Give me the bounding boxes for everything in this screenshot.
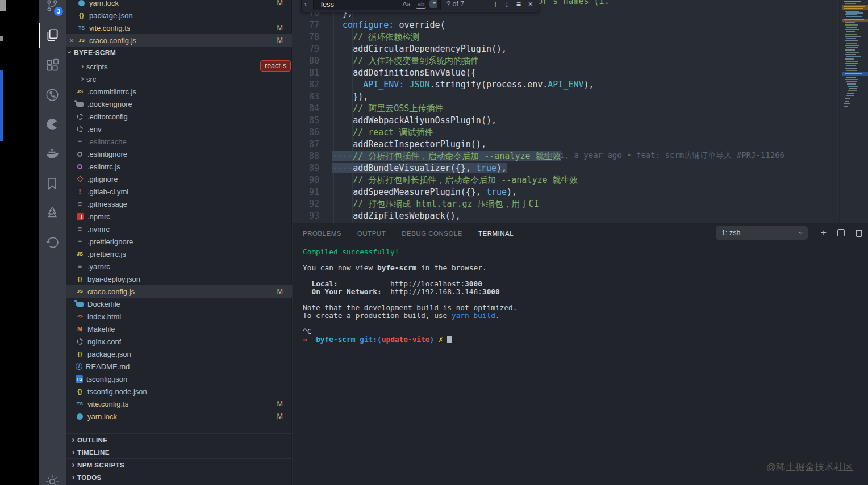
tree-item-scripts[interactable]: ›scripts [66, 60, 292, 73]
open-editor-vite.config.ts[interactable]: TSvite.config.tsM [66, 22, 292, 34]
close-icon[interactable]: × [528, 0, 533, 9]
tree-item-tsconfig.node.json[interactable]: {}tsconfig.node.json [66, 385, 292, 398]
minimap-line [844, 8, 863, 9]
find-toggle-chevron[interactable]: › [302, 0, 310, 12]
pacman-icon[interactable] [39, 111, 66, 138]
tree-item-byai-deploy.json[interactable]: {}byai-deploy.json [66, 273, 292, 285]
tree-item-src[interactable]: ›src [66, 73, 292, 85]
regex-icon[interactable]: .* [429, 0, 437, 8]
yarn-icon [76, 412, 84, 421]
tree-item-.eslintcache[interactable]: ≡.eslintcache [66, 135, 292, 148]
source-control-icon[interactable]: 3 [39, 0, 66, 19]
tree-item-Makefile[interactable]: MMakefile [66, 323, 292, 335]
terminal-output[interactable]: Compiled successfully! You can now view … [303, 248, 859, 344]
panel-tab-problems[interactable]: PROBLEMS [303, 225, 341, 241]
minimap-line [845, 45, 859, 46]
panel-tab-output[interactable]: OUTPUT [357, 225, 386, 241]
minimap-line [845, 11, 859, 12]
chevron-right-icon: › [78, 61, 86, 70]
open-editor-craco.config.js[interactable]: ×JScraco.config.jsM [66, 34, 292, 47]
tree-item-.editorconfig[interactable]: .editorconfig [66, 110, 292, 123]
tree-item-.yarnrc[interactable]: ≡.yarnrc [66, 260, 292, 273]
minimap-line [845, 40, 858, 41]
tree-item-.nvmrc[interactable]: ≡.nvmrc [66, 223, 292, 235]
new-terminal-icon[interactable]: + [817, 226, 831, 240]
minimap-line [845, 49, 855, 51]
panel-tab-debug-console[interactable]: DEBUG CONSOLE [402, 225, 462, 241]
modified-badge: M [277, 287, 283, 295]
open-editor-yarn.lock[interactable]: yarn.lockM [66, 0, 292, 9]
project-root-header[interactable]: › BYFE-SCRM [66, 47, 292, 59]
tree-item-.env[interactable]: .env [66, 123, 292, 135]
modified-badge: M [277, 24, 283, 32]
tree-item-craco.config.js[interactable]: JScraco.config.jsM [66, 285, 292, 298]
tree-item-.commitlintrc.js[interactable]: JS.commitlintrc.js [66, 85, 292, 98]
code-editor[interactable]: 75 [] /* An array of plugin constructor'… [293, 0, 868, 223]
whole-word-icon[interactable]: ab [416, 0, 427, 9]
next-match-icon[interactable]: ↓ [505, 0, 509, 9]
panel-tab-terminal[interactable]: TERMINAL [478, 225, 514, 241]
tree-item-nginx.conf[interactable]: nginx.conf [66, 335, 292, 348]
explorer-sidebar: yarn.lockM{}package.jsonTSvite.config.ts… [66, 0, 292, 485]
docker-icon[interactable] [39, 140, 66, 168]
tree-item-yarn.lock[interactable]: yarn.lockM [66, 410, 292, 423]
code-line-83: 83 }), [293, 91, 868, 103]
code-line-93: 93 addZipFilesWebpack(), [293, 210, 868, 222]
tree-item-.gitmessage[interactable]: ≡.gitmessage [66, 198, 292, 210]
section-outline[interactable]: ›OUTLINE [66, 433, 292, 446]
tree-item-package.json[interactable]: {}package.json [66, 348, 292, 360]
tree-item-.dockerignore[interactable]: .dockerignore [66, 98, 292, 110]
tree-item-.prettierignore[interactable]: ≡.prettierignore [66, 235, 292, 248]
panel-tabs: PROBLEMSOUTPUTDEBUG CONSOLETERMINAL [303, 223, 514, 242]
section-timeline[interactable]: ›TIMELINE [66, 446, 292, 458]
list-icon: ≡ [76, 137, 84, 146]
watermark: @稀土掘金技术社区 [766, 461, 853, 474]
modified-badge: M [277, 400, 283, 408]
tree-item-.gitignore[interactable]: .gitignore [66, 173, 292, 185]
todo-tree-icon[interactable] [39, 199, 66, 227]
scm-badge: 3 [54, 7, 63, 16]
code-line-82: 82 API_ENV: JSON.stringify(process.env.A… [293, 79, 868, 91]
tree-item-vite.config.ts[interactable]: TSvite.config.tsM [66, 398, 292, 410]
tree-item-.eslintignore[interactable]: .eslintignore [66, 148, 292, 160]
gitlens-icon[interactable] [39, 81, 66, 108]
settings-gear-icon[interactable] [39, 468, 66, 485]
minimap[interactable] [842, 0, 868, 223]
git-blame-annotation: huanxi, a year ago • feat: scrm店铺订单导入 #P… [536, 150, 784, 161]
find-in-selection-icon[interactable]: ≡ [516, 0, 521, 9]
find-input[interactable]: less Aa ab .* [313, 0, 441, 10]
terminal-selector[interactable]: 1: zsh › [716, 226, 808, 240]
section-todos[interactable]: ›TODOS [66, 471, 292, 483]
code-line-77: 77 configure: override( [293, 19, 868, 31]
list-icon: ≡ [76, 262, 84, 271]
tree-item-.gitlab-ci.yml[interactable]: !.gitlab-ci.yml [66, 185, 292, 198]
tree-item-index.html[interactable]: <>index.html [66, 310, 292, 323]
tree-item-.prettierrc.js[interactable]: JS.prettierrc.js [66, 248, 292, 260]
active-view-indicator [39, 23, 40, 48]
match-case-icon[interactable]: Aa [400, 0, 412, 8]
bookmarks-icon[interactable] [39, 170, 66, 197]
open-editor-package.json[interactable]: {}package.json [66, 9, 292, 22]
tree-item-README.md[interactable]: iREADME.md [66, 360, 292, 373]
html-icon: <> [76, 312, 84, 321]
json-icon: {} [76, 275, 84, 283]
section-npm-scripts[interactable]: ›NPM SCRIPTS [66, 458, 292, 471]
chevron-right-icon: › [69, 435, 77, 444]
split-terminal-icon[interactable] [834, 226, 848, 240]
history-icon[interactable] [39, 229, 66, 256]
tree-item-.eslintrc.js[interactable]: .eslintrc.js [66, 160, 292, 173]
tree-item-tsconfig.json[interactable]: TStsconfig.json [66, 373, 292, 385]
line-number: 85 [293, 115, 319, 127]
tree-item-Dockerfile[interactable]: Dockerfile [66, 298, 292, 310]
gear-icon [76, 337, 84, 346]
code-line-85: 85 addWebpackAliyunOssPlugin(), [293, 115, 868, 127]
explorer-icon[interactable] [39, 22, 66, 49]
git-icon [76, 175, 84, 183]
terminal-line: Compiled successfully! [303, 248, 859, 256]
previous-match-icon[interactable]: ↑ [494, 0, 498, 9]
extensions-icon[interactable] [39, 52, 66, 79]
npm-icon [76, 212, 84, 221]
kill-terminal-icon[interactable] [852, 226, 866, 240]
minimap-line [845, 58, 854, 60]
tree-item-.npmrc[interactable]: .npmrc [66, 210, 292, 223]
